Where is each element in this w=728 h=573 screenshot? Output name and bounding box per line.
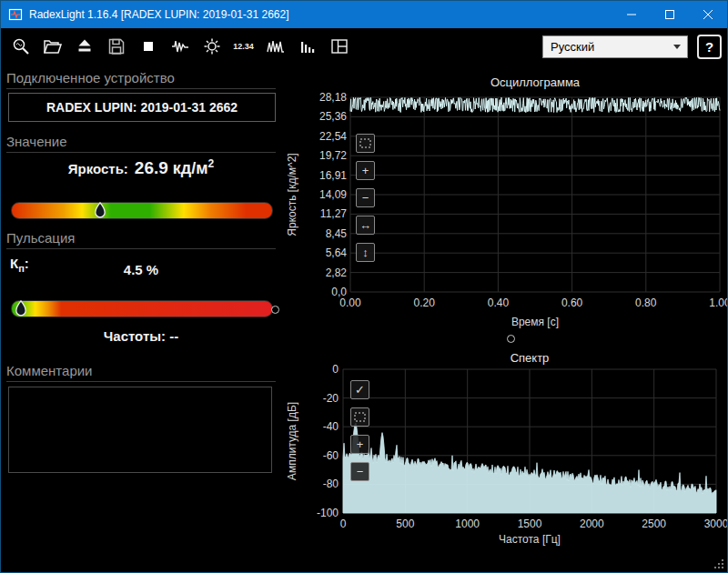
window-title: RadexLight 1.16.4 [RADEX LUPIN: 2019-01-… xyxy=(29,8,289,21)
svg-text:28,18: 28,18 xyxy=(319,91,347,104)
stop-measurement-button[interactable] xyxy=(134,33,162,61)
frequencies-row: Частоты: -- xyxy=(6,328,276,344)
app-window: RadexLight 1.16.4 [RADEX LUPIN: 2019-01-… xyxy=(0,0,728,573)
spectrum-ylabel: Амплитуда [дБ] xyxy=(286,402,298,480)
svg-text:-60: -60 xyxy=(323,449,339,462)
splitter-handle[interactable] xyxy=(271,306,279,314)
svg-text:0: 0 xyxy=(340,518,347,530)
svg-text:0.60: 0.60 xyxy=(561,297,583,309)
frequencies-value: -- xyxy=(169,328,178,344)
svg-text:14,09: 14,09 xyxy=(319,188,347,201)
select-region-icon xyxy=(359,138,371,148)
svg-text:0.80: 0.80 xyxy=(635,297,657,309)
svg-text:0: 0 xyxy=(332,363,339,376)
numeric-display-button[interactable]: 12.34 xyxy=(229,33,258,61)
chart-zoom-in-button[interactable]: + xyxy=(356,161,375,180)
select-region-icon xyxy=(354,412,366,422)
pulsation-section-title: Пульсация xyxy=(6,230,276,249)
frequencies-label: Частоты: xyxy=(104,328,166,344)
chart-zoom-out-button[interactable]: − xyxy=(356,188,375,207)
svg-text:8,45: 8,45 xyxy=(326,227,348,240)
comments-section-title: Комментарии xyxy=(6,363,276,382)
svg-text:1.00: 1.00 xyxy=(709,297,728,309)
language-value: Русский xyxy=(543,40,594,54)
oscillogram-title: Осциллограмма xyxy=(350,75,720,89)
spectrum-title: Спектр xyxy=(343,351,716,365)
brightness-unit: кд/м2 xyxy=(173,157,214,178)
spectrum-xlabel: Частота [Гц] xyxy=(343,533,716,546)
zoom-search-button[interactable] xyxy=(6,33,35,61)
brightness-marker-icon xyxy=(94,202,106,219)
chart-fit-vertical-button[interactable]: ↕ xyxy=(356,243,375,262)
oscillogram-view-button[interactable] xyxy=(261,33,289,61)
svg-text:11,27: 11,27 xyxy=(320,207,347,220)
svg-text:2,82: 2,82 xyxy=(326,266,348,279)
chart-autoscale-button[interactable]: ✓ xyxy=(350,380,369,399)
close-button[interactable] xyxy=(689,1,727,28)
svg-text:5,64: 5,64 xyxy=(326,246,348,259)
splitter-handle[interactable] xyxy=(507,335,515,343)
language-select[interactable]: Русский xyxy=(542,35,688,58)
device-name: RADEX LUPIN: 2019-01-31 2662 xyxy=(8,93,276,122)
help-button[interactable]: ? xyxy=(697,35,722,59)
svg-text:2500: 2500 xyxy=(642,518,666,530)
svg-text:1000: 1000 xyxy=(455,518,480,530)
chart-select-region-button[interactable] xyxy=(356,134,375,153)
save-file-button[interactable] xyxy=(102,33,130,61)
brightness-label: Яркость: xyxy=(68,161,128,176)
kp-value: 4.5 % xyxy=(6,262,276,277)
left-panel: Подключенное устройство RADEX LUPIN: 201… xyxy=(6,61,276,567)
eject-device-button[interactable] xyxy=(70,33,98,61)
chart-zoom-in-button[interactable]: + xyxy=(350,435,369,454)
svg-text:-100: -100 xyxy=(317,507,339,519)
pulsation-scale-bar xyxy=(11,300,273,317)
resize-grip[interactable] xyxy=(712,557,724,569)
oscillogram-panel: Осциллограмма Яркость [кд/м^2] 28,1825,3… xyxy=(279,75,724,341)
titlebar: RadexLight 1.16.4 [RADEX LUPIN: 2019-01-… xyxy=(1,1,727,28)
svg-text:2000: 2000 xyxy=(580,518,604,530)
svg-text:-80: -80 xyxy=(323,478,339,490)
device-section-title: Подключенное устройство xyxy=(6,70,276,89)
svg-text:19,72: 19,72 xyxy=(319,149,347,162)
svg-text:3000: 3000 xyxy=(704,518,728,530)
brightness-value-row: Яркость: 26.9 кд/м2 xyxy=(6,157,276,178)
signal-waveform-button[interactable] xyxy=(166,33,194,61)
chart-zoom-out-button[interactable]: − xyxy=(350,462,369,481)
brightness-scale-bar xyxy=(11,202,273,219)
svg-text:500: 500 xyxy=(396,518,414,530)
svg-text:25,36: 25,36 xyxy=(319,110,347,123)
toolbar-right: Русский ? xyxy=(542,35,722,59)
svg-text:1500: 1500 xyxy=(518,518,542,530)
svg-text:22,54: 22,54 xyxy=(319,130,347,143)
brightness-value: 26.9 xyxy=(135,158,168,178)
numeric-display-icon: 12.34 xyxy=(233,42,254,51)
value-section-title: Значение xyxy=(6,134,276,153)
window-controls xyxy=(612,1,727,28)
oscillogram-xlabel: Время [с] xyxy=(350,316,720,328)
brightness-unit-exponent: 2 xyxy=(208,157,215,170)
toolbar: 12.34 Русский ? xyxy=(1,28,727,65)
oscillogram-tools: + − ↔ ↕ xyxy=(356,134,375,262)
svg-text:-20: -20 xyxy=(323,392,339,405)
svg-text:-40: -40 xyxy=(323,420,339,433)
svg-text:0.00: 0.00 xyxy=(339,297,361,309)
settings-gear-button[interactable] xyxy=(197,33,226,61)
spectrum-panel: Спектр Амплитуда [дБ] 0-20-40-60-80-1000… xyxy=(279,351,724,568)
spectrum-view-button[interactable] xyxy=(293,33,321,61)
chart-fit-horizontal-button[interactable]: ↔ xyxy=(356,216,375,235)
minimize-button[interactable] xyxy=(612,1,651,28)
svg-text:0.20: 0.20 xyxy=(414,297,436,309)
open-file-button[interactable] xyxy=(38,33,66,61)
spectrum-tools: ✓ + − xyxy=(350,380,369,481)
kp-row: Кп: 4.5 % xyxy=(6,256,276,283)
maximize-button[interactable] xyxy=(651,1,689,28)
oscillogram-ylabel: Яркость [кд/м^2] xyxy=(286,153,298,236)
svg-text:16,91: 16,91 xyxy=(319,169,347,182)
dropdown-caret-icon xyxy=(673,45,681,49)
comments-input[interactable] xyxy=(8,387,272,473)
pulsation-marker-icon xyxy=(15,300,27,317)
chart-select-region-button[interactable] xyxy=(350,407,369,427)
layout-panels-button[interactable] xyxy=(325,33,353,61)
svg-text:0.40: 0.40 xyxy=(488,297,510,309)
app-icon xyxy=(8,7,23,22)
